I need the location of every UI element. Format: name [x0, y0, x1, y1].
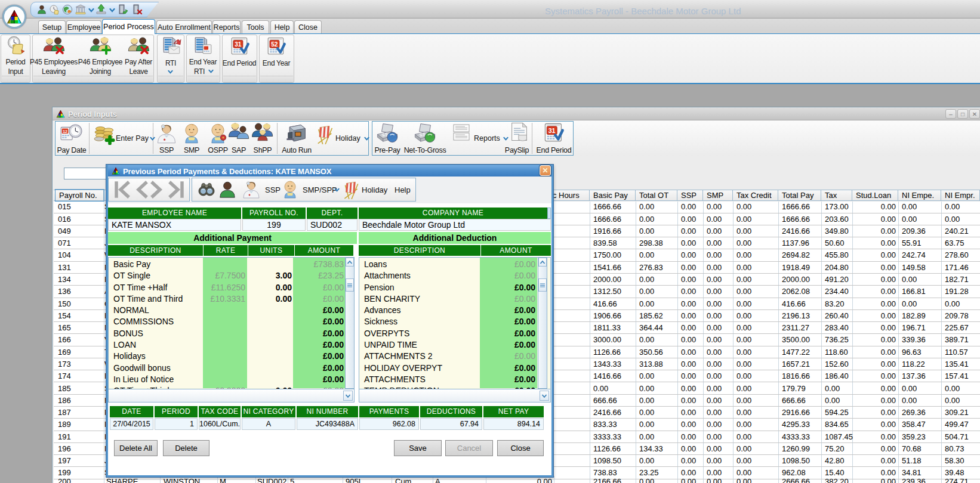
svg-text:31: 31: [548, 127, 556, 134]
svg-text:12: 12: [63, 129, 67, 134]
svg-text:52: 52: [271, 41, 278, 48]
svg-text:31: 31: [235, 41, 242, 48]
